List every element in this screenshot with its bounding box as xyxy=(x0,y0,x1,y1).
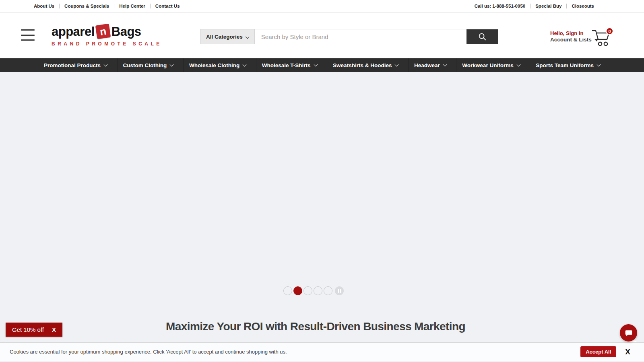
nav-item-label: Workwear Uniforms xyxy=(462,62,513,68)
topbar-left-links: About Us Coupons & Specials Help Center … xyxy=(34,4,185,8)
nav-workwear-uniforms[interactable]: Workwear Uniforms xyxy=(456,58,525,72)
carousel-pause-button[interactable] xyxy=(335,286,344,295)
category-navbar: Promotional Products Custom Clothing Who… xyxy=(0,58,644,72)
pause-icon xyxy=(338,289,339,293)
cart-count-badge: 0 xyxy=(606,27,613,35)
search-category-label: All Categories xyxy=(206,34,243,40)
page: About Us Coupons & Specials Help Center … xyxy=(0,0,644,362)
nav-item-label: Custom Clothing xyxy=(123,62,167,68)
site-logo[interactable]: apparel n Bags BRAND PROMOTE SCALE xyxy=(52,25,162,47)
call-us-phone-link[interactable]: Call us: 1-888-551-0950 xyxy=(475,4,530,8)
nav-sweatshirts-hoodies[interactable]: Sweatshirts & Hoodies xyxy=(327,58,404,72)
account-menu[interactable]: Hello, Sign In Account & Lists xyxy=(550,30,599,43)
link-about-us[interactable]: About Us xyxy=(34,4,59,8)
logo-tagline: BRAND PROMOTE SCALE xyxy=(52,41,162,47)
chevron-down-icon xyxy=(170,63,174,67)
topbar-right-links: Call us: 1-888-551-0950 Special Buy Clos… xyxy=(475,4,599,8)
hero-carousel: Maximize Your ROI with Result-Driven Bus… xyxy=(0,72,644,362)
accept-all-button[interactable]: Accept All xyxy=(580,346,616,357)
carousel-dot-2-active[interactable] xyxy=(293,286,302,295)
carousel-dot-5[interactable] xyxy=(324,286,332,295)
chevron-down-icon xyxy=(443,63,447,67)
hero-heading: Maximize Your ROI with Result-Driven Bus… xyxy=(0,320,631,333)
chevron-down-icon xyxy=(395,63,399,67)
chevron-down-icon xyxy=(597,63,601,67)
nav-wholesale-tshirts[interactable]: Wholesale T-Shirts xyxy=(256,58,323,72)
link-help-center[interactable]: Help Center xyxy=(114,4,150,8)
nav-item-label: Sports Team Uniforms xyxy=(536,62,594,68)
search-icon xyxy=(478,32,487,41)
cart-button[interactable]: 0 xyxy=(592,29,613,48)
search-button[interactable] xyxy=(466,29,498,44)
logo-wordmark: apparel n Bags xyxy=(52,25,162,38)
chevron-down-icon xyxy=(245,35,249,39)
search-input[interactable] xyxy=(255,29,466,44)
chevron-down-icon xyxy=(516,63,520,67)
nav-item-label: Sweatshirts & Hoodies xyxy=(333,62,392,68)
carousel-pagination xyxy=(283,286,344,295)
sign-in-greeting[interactable]: Hello, Sign In xyxy=(550,30,599,37)
chevron-down-icon xyxy=(104,63,108,67)
nav-item-label: Headwear xyxy=(414,62,440,68)
cookie-consent-banner: Cookies are essential for your optimum s… xyxy=(0,342,644,361)
nav-custom-clothing[interactable]: Custom Clothing xyxy=(117,58,179,72)
promo-discount-badge[interactable]: Get 10% off X xyxy=(6,323,62,337)
nav-wholesale-clothing[interactable]: Wholesale Clothing xyxy=(183,58,252,72)
cookie-message: Cookies are essential for your optimum s… xyxy=(10,349,580,355)
promo-label: Get 10% off xyxy=(12,326,44,333)
link-contact-us[interactable]: Contact Us xyxy=(151,4,185,8)
menu-icon[interactable] xyxy=(21,29,35,41)
chevron-down-icon xyxy=(243,63,247,67)
logo-text-bags: Bags xyxy=(111,25,141,38)
close-icon[interactable]: X xyxy=(52,326,56,333)
chat-button[interactable] xyxy=(620,324,637,341)
nav-item-label: Promotional Products xyxy=(44,62,101,68)
pause-icon xyxy=(340,289,341,293)
chevron-down-icon xyxy=(314,63,318,67)
main-header: apparel n Bags BRAND PROMOTE SCALE All C… xyxy=(0,12,644,58)
nav-sports-team-uniforms[interactable]: Sports Team Uniforms xyxy=(530,58,606,72)
nav-item-label: Wholesale Clothing xyxy=(189,62,239,68)
chat-icon xyxy=(625,329,633,337)
link-special-buy[interactable]: Special Buy xyxy=(530,4,566,8)
carousel-dot-1[interactable] xyxy=(283,286,292,295)
link-coupons-specials[interactable]: Coupons & Specials xyxy=(60,4,114,8)
close-icon[interactable]: X xyxy=(625,348,630,356)
link-closeouts[interactable]: Closeouts xyxy=(567,4,599,8)
account-lists-label: Account & Lists xyxy=(550,37,592,43)
logo-n-box: n xyxy=(95,24,111,39)
logo-text-apparel: apparel xyxy=(52,25,95,38)
carousel-dot-3[interactable] xyxy=(303,286,312,295)
top-utility-bar: About Us Coupons & Specials Help Center … xyxy=(0,0,644,12)
nav-headwear[interactable]: Headwear xyxy=(408,58,452,72)
nav-item-label: Wholesale T-Shirts xyxy=(262,62,311,68)
carousel-dot-4[interactable] xyxy=(314,286,322,295)
search-bar: All Categories xyxy=(200,29,498,44)
nav-promotional-products[interactable]: Promotional Products xyxy=(38,58,113,72)
search-category-dropdown[interactable]: All Categories xyxy=(200,29,255,44)
